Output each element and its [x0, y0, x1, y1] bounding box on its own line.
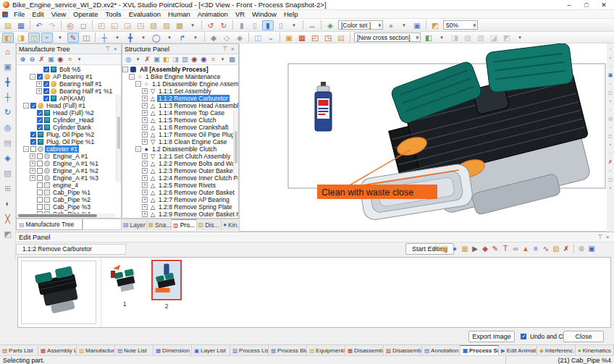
visibility-checkbox[interactable]: [37, 124, 43, 130]
cross-section-dropdown[interactable]: ▾: [436, 33, 447, 43]
section-tool-1-icon[interactable]: ◨: [449, 33, 460, 43]
bottom-tab[interactable]: ●Kinematics ...: [576, 345, 614, 355]
vertical-scrollbar[interactable]: [116, 95, 121, 182]
vp-tool-13-icon[interactable]: ◦: [607, 150, 614, 156]
tree-display-dropdown[interactable]: ▾: [218, 55, 227, 64]
vp-tool-11-icon[interactable]: ◻: [607, 132, 614, 139]
visibility-checkbox[interactable]: [37, 161, 43, 166]
expand-toggle-icon[interactable]: +: [142, 132, 148, 137]
region-select-icon[interactable]: ▦: [296, 33, 308, 43]
manufacture-tree-item[interactable]: +Bearing Half #1: [17, 80, 121, 88]
visibility-checkbox[interactable]: [30, 103, 36, 109]
fit-view-icon[interactable]: ▤: [2, 137, 14, 148]
display-hidden-line-icon[interactable]: ▯: [249, 20, 261, 30]
crop-in-icon[interactable]: ◰: [309, 33, 321, 43]
process-tree-item[interactable]: +△1.2:4 Remove Inner Clutch Pack: [122, 174, 238, 182]
vp-tool-17-icon[interactable]: ▪: [607, 185, 614, 191]
pane-layout-1-icon[interactable]: ◧: [2, 33, 14, 43]
clip-icon[interactable]: ◩: [2, 229, 14, 240]
cross-section-icon[interactable]: ◧: [423, 33, 434, 43]
vp-tool-15-icon[interactable]: ▫: [607, 167, 614, 174]
ruler-icon[interactable]: ≡: [531, 244, 541, 253]
bottom-tab[interactable]: ▤Equipment/...: [307, 345, 345, 355]
monitor-icon[interactable]: ▣: [411, 20, 423, 30]
bottom-tab[interactable]: ▥Process List: [230, 345, 269, 355]
bottom-tab[interactable]: ▣Process Sna...: [460, 345, 499, 355]
expand-toggle-icon[interactable]: +: [142, 190, 148, 195]
menu-window[interactable]: Window: [248, 10, 280, 18]
menu-animation[interactable]: Animation: [194, 10, 232, 18]
expand-toggle-icon[interactable]: +: [142, 110, 148, 116]
process-tree-item[interactable]: +△1.2:6 Remove Outer Basket: [122, 189, 238, 196]
undo-and-close-checkbox[interactable]: [521, 334, 526, 339]
section-tool-dropdown[interactable]: ▾: [514, 33, 526, 43]
viewport-3d[interactable]: Clean with waste close: [239, 43, 607, 232]
section-tool-5-icon[interactable]: ◩: [501, 33, 513, 43]
measure-point-icon[interactable]: ┼: [98, 33, 110, 43]
right-panel-tab[interactable]: ▥Pro...: [172, 219, 197, 230]
visibility-checkbox[interactable]: [37, 190, 43, 195]
search-binoculars-icon[interactable]: ◉: [56, 55, 65, 64]
expand-toggle-icon[interactable]: +: [142, 168, 148, 174]
snapshot-camera-icon[interactable]: ▣: [2, 62, 14, 72]
visibility-checkbox[interactable]: [30, 132, 36, 137]
bottom-tab[interactable]: ▶Edit Animat...: [499, 345, 537, 355]
copy-image-icon[interactable]: ▣: [283, 33, 295, 43]
process-tree-item[interactable]: +△1.1:3 Remove Head Assembly: [122, 102, 238, 109]
snapshot-thumbnail-2-selected[interactable]: 2: [150, 260, 183, 310]
tab-manufacture-tree[interactable]: ▤ Manufacture Tree: [16, 219, 83, 230]
pencil-icon[interactable]: ✎: [490, 244, 500, 253]
manufacture-tree-item[interactable]: +engine_4: [17, 182, 121, 189]
vp-tool-5-icon[interactable]: ▫: [607, 80, 614, 87]
vp-tool-3-icon[interactable]: ◦: [607, 63, 614, 69]
bottom-tab[interactable]: ▦Disassembl...: [345, 345, 384, 355]
pane-right-icon[interactable]: ◨: [171, 55, 180, 64]
view-3d-icon[interactable]: ◒: [265, 33, 277, 43]
bottom-tab[interactable]: ▥Manufactur...: [77, 345, 115, 355]
process-tree-item[interactable]: +△1.1:2 Remove Carburetor: [122, 95, 238, 102]
copy-icon[interactable]: ▣: [440, 244, 450, 253]
expand-toggle-icon[interactable]: +: [142, 211, 148, 217]
axis-icon[interactable]: ↔: [306, 20, 318, 30]
expand-toggle-icon[interactable]: -: [30, 74, 35, 80]
menu-tools[interactable]: Tools: [101, 10, 125, 18]
rotate-part-dropdown[interactable]: ▾: [164, 33, 175, 43]
expand-toggle-icon[interactable]: -: [129, 74, 135, 80]
process-tree-item[interactable]: +△1.2:2 Remove Bolts and Washers: [122, 160, 238, 167]
tree-display-icon[interactable]: ≡: [209, 55, 218, 64]
display-shading-icon[interactable]: ▮: [236, 20, 248, 30]
list-icon[interactable]: ▥: [180, 55, 190, 64]
expand-toggle-icon[interactable]: +: [142, 161, 148, 166]
process-tree-item[interactable]: +△1.2:5 Remove Rivets: [122, 182, 238, 189]
rotate-ccw-icon[interactable]: ↺: [205, 20, 216, 30]
manufacture-tree-item[interactable]: +Engine_A #1: [17, 153, 121, 160]
zoom-icon[interactable]: ◎: [2, 122, 14, 133]
menu-file[interactable]: File: [10, 10, 28, 18]
minimize-button[interactable]: –: [562, 1, 576, 9]
grid-icon[interactable]: ▧: [2, 168, 14, 179]
select-part-icon[interactable]: ◎: [64, 20, 76, 30]
section-tool-4-icon[interactable]: ◪: [488, 33, 500, 43]
open-file-icon[interactable]: ▤: [2, 20, 14, 30]
bottom-tab[interactable]: ◆Interferenc...: [537, 345, 576, 355]
select-frame-icon[interactable]: ◻: [77, 20, 89, 30]
process-tree-item[interactable]: +△1.2:7 Remove AP Bearing: [122, 196, 238, 203]
expand-toggle-icon[interactable]: -: [122, 67, 128, 72]
manufacture-tree-item[interactable]: +Cab_Pipe %1: [17, 189, 121, 196]
manufacture-tree-item[interactable]: -cabreter #1: [17, 145, 121, 153]
settings-icon[interactable]: ⊛: [576, 244, 586, 253]
vp-tool-12-icon[interactable]: ▪: [607, 141, 614, 148]
manufacture-tree-item[interactable]: +Engine_A #1 %1: [17, 160, 121, 167]
contrast-icon[interactable]: ◐: [2, 198, 14, 209]
bottom-tab[interactable]: ▦Process Blo...: [269, 345, 307, 355]
expand-toggle-icon[interactable]: +: [142, 182, 148, 188]
expand-icon[interactable]: ⊞: [2, 183, 14, 194]
vp-tool-7-icon[interactable]: ▪: [607, 98, 614, 104]
close-panel-icon[interactable]: ×: [229, 46, 236, 52]
process-tree-item[interactable]: +△1.2:9 Remove Outer Basket Hub: [122, 211, 238, 218]
panel-icon[interactable]: ▣: [586, 244, 597, 253]
search-dropdown[interactable]: ▾: [133, 55, 143, 64]
book-view-icon[interactable]: ◫: [80, 33, 92, 43]
vp-tool-9-icon[interactable]: ◎: [607, 115, 614, 122]
manufacture-tree-item[interactable]: +AP(KAM): [17, 95, 121, 102]
